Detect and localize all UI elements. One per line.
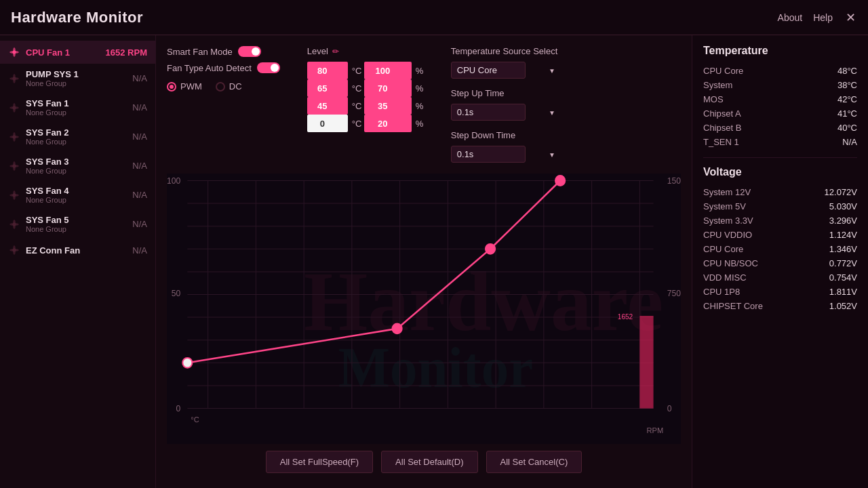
voltage-label: CPU VDDIO (703, 230, 752, 240)
temp-label: Chipset A (703, 108, 741, 119)
voltage-row: System 3.3V 3.296V (703, 214, 857, 228)
voltage-row: System 5V 5.030V (703, 199, 857, 214)
dc-radio[interactable]: DC (216, 81, 242, 92)
voltage-value: 1.811V (829, 287, 857, 297)
temp-input-3[interactable] (307, 115, 348, 132)
voltage-row: CPU VDDIO 1.124V (703, 228, 857, 242)
pwm-radio[interactable]: PWM (167, 81, 202, 92)
fan-rpm-value: N/A (132, 190, 147, 200)
step-up-time-select-wrapper: 0.1s 0.2s 0.5s ▼ (451, 104, 559, 121)
temp-source-label: Temperature Source Select (451, 46, 559, 56)
fan-icon (8, 189, 20, 201)
pct-input-1[interactable] (364, 79, 412, 97)
fan-rpm-value: N/A (132, 73, 147, 83)
temp-label: MOS (703, 94, 724, 104)
sidebar-item-sys-fan-5[interactable]: SYS Fan 5 None Group N/A (0, 209, 155, 239)
pct-input-0[interactable] (364, 62, 412, 79)
voltage-row: System 12V 12.072V (703, 185, 857, 199)
temp-row: System 38°C (703, 78, 857, 92)
svg-text:Monitor: Monitor (338, 337, 533, 400)
fan-info: EZ Conn Fan (26, 245, 127, 256)
fan-subname: None Group (26, 138, 127, 146)
temp-input-2[interactable] (307, 97, 348, 115)
fan-info: PUMP SYS 1 None Group (26, 69, 127, 87)
fan-info: SYS Fan 2 None Group (26, 127, 127, 146)
fan-icon (8, 102, 20, 114)
sidebar-item-sys-fan-4[interactable]: SYS Fan 4 None Group N/A (0, 180, 155, 209)
temp-input-0[interactable] (307, 62, 348, 79)
default-button[interactable]: All Set Default(D) (381, 451, 477, 473)
voltage-value: 3.296V (829, 216, 857, 226)
fan-name: SYS Fan 5 (26, 215, 127, 225)
curve-point-0[interactable] (182, 358, 192, 368)
temp-row: MOS 42°C (703, 92, 857, 106)
full-speed-button[interactable]: All Set FullSpeed(F) (266, 451, 373, 473)
temp-label: T_SEN 1 (703, 137, 739, 147)
pct-unit-0: % (416, 66, 424, 76)
temp-value: 38°C (837, 80, 857, 90)
fan-subname: None Group (26, 108, 127, 117)
pct-input-2[interactable] (364, 97, 412, 115)
step-down-time-select[interactable]: 0.1s 0.2s 0.5s (451, 146, 526, 163)
step-up-time-select[interactable]: 0.1s 0.2s 0.5s (451, 104, 526, 121)
curve-point-2[interactable] (486, 244, 495, 254)
voltage-label: CPU Core (703, 244, 743, 254)
fan-name: SYS Fan 3 (26, 157, 127, 167)
step-up-time-label: Step Up Time (451, 88, 559, 98)
svg-text:RPM: RPM (646, 426, 663, 434)
level-row-2: °C % (307, 97, 424, 115)
fan-rpm-value: N/A (132, 219, 147, 229)
svg-text:50: 50 (172, 288, 181, 298)
curve-point-1[interactable] (393, 324, 402, 334)
sidebar-item-sys-fan-1[interactable]: SYS Fan 1 None Group N/A (0, 93, 155, 122)
temp-source-select[interactable]: CPU Core System MOS (451, 62, 526, 79)
svg-text:100: 100 (167, 176, 180, 185)
level-edit-icon[interactable]: ✏ (332, 47, 339, 56)
sidebar-item-sys-fan-3[interactable]: SYS Fan 3 None Group N/A (0, 151, 155, 180)
fan-icon (8, 218, 20, 230)
temp-value: 48°C (837, 66, 857, 76)
voltage-value: 1.052V (829, 301, 857, 311)
fan-icon (8, 73, 20, 85)
fan-subname: None Group (26, 196, 127, 204)
sidebar-item-sys-fan-2[interactable]: SYS Fan 2 None Group N/A (0, 122, 155, 151)
sidebar-item-cpu-fan-1[interactable]: CPU Fan 1 1652 RPM (0, 41, 155, 64)
temp-label: Chipset B (703, 123, 741, 133)
svg-text:1652: 1652 (618, 313, 633, 321)
help-link[interactable]: Help (813, 12, 833, 23)
app-title: Hardware Monitor (11, 9, 143, 26)
fan-subname: None Group (26, 79, 127, 87)
pct-input-3[interactable] (364, 115, 412, 132)
temp-input-1[interactable] (307, 79, 348, 97)
fan-rpm-value: 1652 RPM (106, 47, 147, 58)
about-link[interactable]: About (778, 12, 803, 23)
celsius-unit-0: °C (352, 66, 360, 76)
sidebar-item-ez-conn-fan[interactable]: EZ Conn Fan N/A (0, 239, 155, 262)
svg-rect-40 (639, 316, 653, 409)
voltage-label: System 12V (703, 187, 751, 197)
svg-text:0: 0 (176, 403, 180, 413)
sidebar-item-pump-sys-1[interactable]: PUMP SYS 1 None Group N/A (0, 64, 155, 93)
pct-unit-3: % (416, 119, 424, 129)
fan-subname: None Group (26, 167, 127, 175)
fan-rpm-value: N/A (132, 102, 147, 113)
curve-point-3[interactable] (555, 176, 565, 186)
fan-curve-chart[interactable]: Hardware Monitor (167, 174, 681, 444)
smart-fan-mode-label: Smart Fan Mode (167, 46, 280, 57)
level-row-3: °C % (307, 115, 424, 132)
fan-rpm-value: N/A (132, 131, 147, 142)
fan-name: SYS Fan 4 (26, 186, 127, 196)
temp-source-select-arrow: ▼ (549, 66, 555, 74)
close-button[interactable]: ✕ (844, 11, 857, 24)
step-up-select-arrow: ▼ (549, 108, 555, 116)
fan-type-auto-detect-toggle[interactable] (257, 62, 280, 73)
pct-unit-2: % (416, 101, 424, 111)
fan-name: PUMP SYS 1 (26, 69, 127, 79)
temp-value: 40°C (837, 123, 857, 133)
smart-fan-mode-toggle[interactable] (238, 46, 261, 57)
fan-name: SYS Fan 1 (26, 98, 127, 108)
cancel-button[interactable]: All Set Cancel(C) (486, 451, 583, 473)
panel-divider (703, 157, 857, 158)
voltage-row: CHIPSET Core 1.052V (703, 299, 857, 313)
level-row-1: °C % (307, 79, 424, 97)
